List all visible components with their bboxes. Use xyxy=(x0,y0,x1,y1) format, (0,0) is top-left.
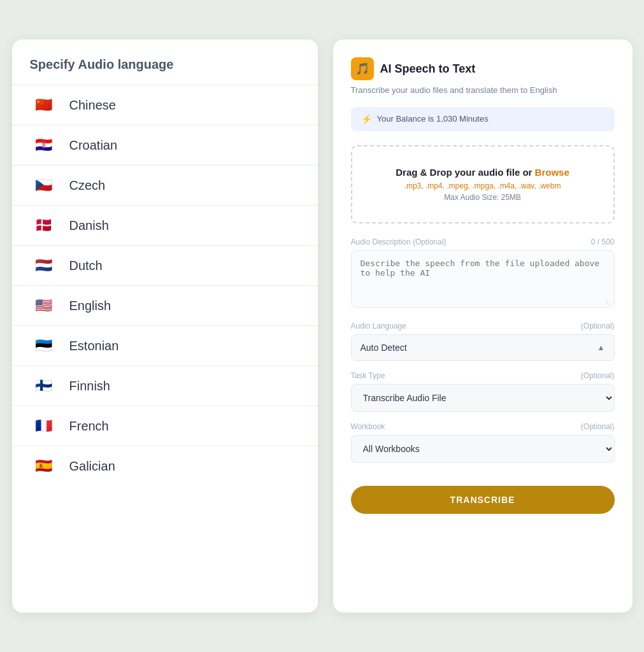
language-item[interactable]: 🇪🇪 Estonian xyxy=(12,325,318,365)
audio-language-label: Audio Language (Optional) xyxy=(351,322,615,330)
language-name: Chinese xyxy=(69,98,116,113)
language-name: Finnish xyxy=(69,379,110,393)
flag-icon: 🇨🇳 xyxy=(30,96,58,115)
dropzone-formats: .mp3, .mp4, .mpeg, .mpga, .m4a, .wav, .w… xyxy=(365,181,601,190)
workbook-label: Workbook (Optional) xyxy=(351,422,615,431)
language-name: Danish xyxy=(69,218,109,233)
language-item[interactable]: 🇳🇱 Dutch xyxy=(12,245,318,285)
audio-language-value: Auto Detect xyxy=(361,343,407,353)
audio-language-dropdown[interactable]: Auto Detect ▲ xyxy=(351,334,615,361)
chevron-up-icon: ▲ xyxy=(597,343,605,352)
language-panel-title: Specify Audio language xyxy=(12,57,318,85)
dropzone[interactable]: Drag & Drop your audio file or Browse .m… xyxy=(351,145,615,223)
browse-link[interactable]: Browse xyxy=(535,167,569,178)
language-item[interactable]: 🇨🇳 Chinese xyxy=(12,85,318,125)
language-item[interactable]: 🇪🇸 Galician xyxy=(12,446,318,486)
language-item[interactable]: 🇩🇰 Danish xyxy=(12,205,318,245)
app-header: 🎵 AI Speech to Text xyxy=(351,57,615,80)
flag-icon: 🇪🇪 xyxy=(30,336,58,355)
language-selection-panel: Specify Audio language 🇨🇳 Chinese 🇭🇷 Cro… xyxy=(12,39,318,613)
task-type-select[interactable]: Transcribe Audio FileTranslate Audio Fil… xyxy=(351,384,615,412)
speech-to-text-panel: 🎵 AI Speech to Text Transcribe your audi… xyxy=(333,39,633,613)
app-title: AI Speech to Text xyxy=(380,62,476,76)
dropzone-max-size: Max Audio Size: 25MB xyxy=(365,193,601,202)
task-type-label: Task Type (Optional) xyxy=(351,371,615,380)
transcribe-button[interactable]: TRANSCRIBE xyxy=(351,486,615,514)
language-name: French xyxy=(69,419,109,434)
flag-icon: 🇫🇮 xyxy=(30,376,58,395)
language-item[interactable]: 🇭🇷 Croatian xyxy=(12,125,318,165)
language-item[interactable]: 🇨🇿 Czech xyxy=(12,165,318,205)
language-list: 🇨🇳 Chinese 🇭🇷 Croatian 🇨🇿 Czech 🇩🇰 Danis… xyxy=(12,85,318,486)
balance-text: Your Balance is 1,030 Minutes xyxy=(377,114,489,124)
workbook-select[interactable]: All Workbooks xyxy=(351,435,615,463)
language-name: Czech xyxy=(69,178,106,193)
language-item[interactable]: 🇺🇸 English xyxy=(12,285,318,325)
lightning-icon: ⚡ xyxy=(361,114,372,124)
flag-icon: 🇪🇸 xyxy=(30,457,58,476)
flag-icon: 🇺🇸 xyxy=(30,296,58,315)
language-name: Estonian xyxy=(69,339,119,353)
task-type-field: Task Type (Optional) Transcribe Audio Fi… xyxy=(351,371,615,412)
flag-icon: 🇫🇷 xyxy=(30,416,58,436)
audio-description-field: Audio Description (Optional) 0 / 500 ⤡ xyxy=(351,237,615,310)
char-counter: 0 / 500 xyxy=(591,237,615,246)
audio-description-input[interactable] xyxy=(351,250,615,308)
language-name: Dutch xyxy=(69,259,103,273)
resize-icon: ⤡ xyxy=(605,299,610,306)
app-subtitle: Transcribe your audio files and translat… xyxy=(351,84,615,97)
workbook-field: Workbook (Optional) All Workbooks xyxy=(351,422,615,463)
language-item[interactable]: 🇫🇮 Finnish xyxy=(12,365,318,406)
flag-icon: 🇩🇰 xyxy=(30,216,58,235)
balance-bar: ⚡ Your Balance is 1,030 Minutes xyxy=(351,107,615,131)
app-icon: 🎵 xyxy=(351,57,374,80)
textarea-wrapper: ⤡ xyxy=(351,250,615,310)
flag-icon: 🇭🇷 xyxy=(30,136,58,155)
flag-icon: 🇨🇿 xyxy=(30,176,58,195)
audio-description-label: Audio Description (Optional) 0 / 500 xyxy=(351,237,615,246)
language-name: English xyxy=(69,299,111,313)
audio-language-field: Audio Language (Optional) Auto Detect ▲ xyxy=(351,322,615,361)
language-name: Croatian xyxy=(69,138,118,153)
language-item[interactable]: 🇫🇷 French xyxy=(12,406,318,446)
dropzone-label: Drag & Drop your audio file or Browse xyxy=(365,167,601,178)
language-name: Galician xyxy=(69,459,115,474)
flag-icon: 🇳🇱 xyxy=(30,256,58,275)
